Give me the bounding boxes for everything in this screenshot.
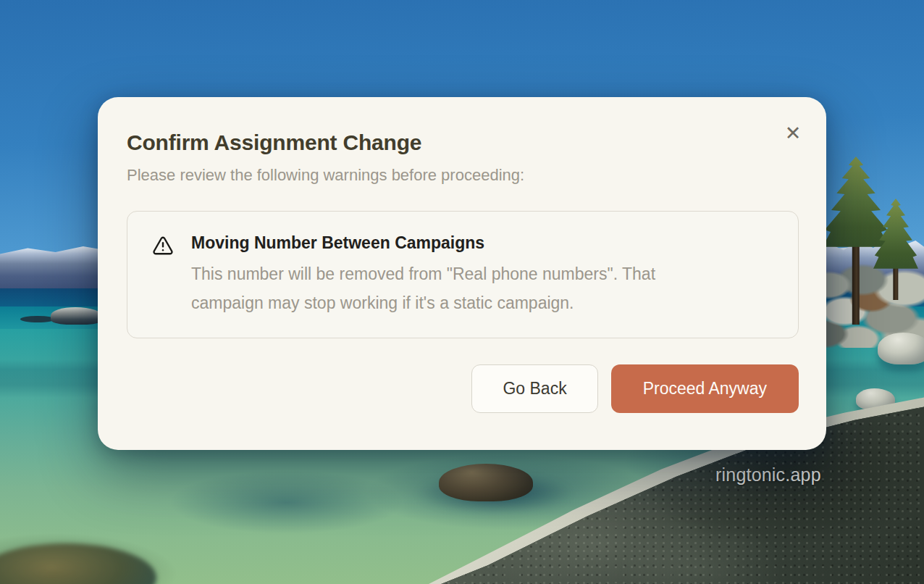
submerged-rock <box>20 316 55 322</box>
alert-triangle-icon <box>152 235 174 259</box>
go-back-button[interactable]: Go Back <box>471 364 597 413</box>
tree-canopy <box>873 199 918 272</box>
warning-card: Moving Number Between Campaigns This num… <box>127 211 799 338</box>
lake-rock <box>51 307 103 325</box>
pine-tree-small <box>873 199 918 300</box>
proceed-anyway-button[interactable]: Proceed Anyway <box>611 364 799 413</box>
tree-trunk <box>852 241 860 325</box>
watermark-text: ringtonic.app <box>715 464 821 485</box>
dialog-actions: Go Back Proceed Anyway <box>127 364 799 413</box>
warning-description: This number will be removed from "Real p… <box>191 259 698 317</box>
warning-text-block: Moving Number Between Campaigns This num… <box>191 233 698 317</box>
water-boulder <box>878 333 924 364</box>
close-button[interactable]: ✕ <box>780 120 806 146</box>
warning-title: Moving Number Between Campaigns <box>191 233 698 253</box>
dialog-title: Confirm Assignment Change <box>127 130 799 155</box>
close-icon: ✕ <box>785 122 802 144</box>
dialog-subtitle: Please review the following warnings bef… <box>127 166 799 185</box>
confirm-dialog: ✕ Confirm Assignment Change Please revie… <box>98 97 826 450</box>
tree-trunk <box>893 265 898 300</box>
